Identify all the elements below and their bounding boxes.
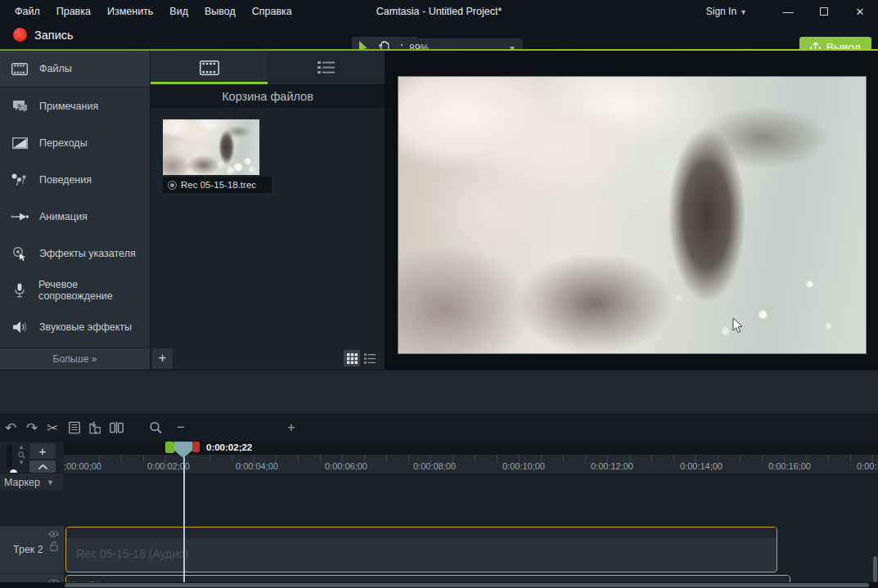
media-item[interactable]: Rec 05-15-18.trec bbox=[163, 119, 272, 193]
media-bin-tabs bbox=[151, 51, 385, 84]
menu-bar: Файл Правка Изменить Вид Вывод Справка C… bbox=[0, 0, 878, 23]
menu-item-modify[interactable]: Изменить bbox=[99, 2, 161, 20]
ruler-label: 0:00:16;00 bbox=[768, 461, 811, 471]
selection-in-handle[interactable] bbox=[165, 442, 174, 453]
timeline-ruler[interactable]: 0:00:00;00 0:00:02;00 0:00:04;00 0:00:06… bbox=[64, 455, 878, 474]
effects-sidebar: Файлы a Примечания Переходы Поведения bbox=[0, 51, 150, 370]
sidebar-item-label: Звуковые эффекты bbox=[39, 321, 132, 333]
zoom-in-button[interactable]: + bbox=[287, 420, 295, 436]
paste-button[interactable] bbox=[89, 421, 101, 433]
media-bin-panel: Корзина файлов Rec 05-15-18.trec + bbox=[150, 51, 385, 370]
sidebar-item-transitions[interactable]: Переходы bbox=[0, 124, 150, 161]
track-height-slider[interactable] bbox=[7, 445, 12, 468]
sidebar-item-media[interactable]: Файлы bbox=[0, 51, 150, 88]
clip-audio[interactable]: Rec 05-15-18 (Аудио) bbox=[65, 527, 777, 572]
clip-label: Rec 05-15-18 (Аудио) bbox=[76, 547, 189, 560]
collapse-tracks-button[interactable] bbox=[29, 460, 56, 473]
timeline-zoom-icon bbox=[150, 421, 162, 433]
media-thumbnail[interactable] bbox=[163, 119, 259, 175]
mouse-cursor-icon bbox=[732, 318, 743, 334]
lock-icon[interactable] bbox=[50, 541, 58, 551]
maximize-button[interactable] bbox=[806, 0, 842, 23]
undo-button[interactable]: ↶ bbox=[5, 419, 16, 436]
ruler-label: 0:00:04;00 bbox=[236, 461, 278, 471]
record-button[interactable]: Запись bbox=[7, 26, 80, 43]
selection-out-handle[interactable] bbox=[192, 442, 200, 452]
close-button[interactable]: ✕ bbox=[842, 0, 878, 23]
list-icon bbox=[317, 61, 335, 75]
track-area: Трек 2 Rec 05-15-18 (Аудио) Трек 1 bbox=[0, 491, 878, 582]
ruler-label: 0:00:10;00 bbox=[502, 461, 545, 471]
menu-item-share[interactable]: Вывод bbox=[196, 2, 244, 20]
track-header-2[interactable]: Трек 2 bbox=[0, 526, 64, 574]
zoom-out-button[interactable]: − bbox=[177, 420, 185, 436]
list-view-button[interactable] bbox=[362, 350, 378, 366]
playhead-time-label: 0:00:02;22 bbox=[206, 442, 252, 452]
menu-item-file[interactable]: Файл bbox=[7, 2, 48, 20]
media-filename: Rec 05-15-18.trec bbox=[181, 180, 256, 190]
ruler-label: 0:00:18;00 bbox=[857, 461, 878, 471]
tab-details[interactable] bbox=[268, 51, 385, 84]
sidebar-item-label: Файлы bbox=[39, 63, 72, 74]
sidebar-item-label: Поведения bbox=[39, 174, 92, 186]
sidebar-item-audio-effects[interactable]: Звуковые эффекты bbox=[0, 308, 150, 345]
menu-item-edit[interactable]: Правка bbox=[48, 2, 99, 20]
timeline-left-controls: ▲ ▼ + Маркер ▼ bbox=[0, 442, 64, 491]
sidebar-item-cursor-effects[interactable]: Эффекты указателя bbox=[0, 235, 150, 272]
filmstrip-icon bbox=[200, 61, 219, 75]
record-dot-icon bbox=[13, 28, 27, 42]
copy-icon bbox=[69, 421, 80, 433]
media-label: Rec 05-15-18.trec bbox=[163, 177, 272, 193]
scrollbar-thumb[interactable] bbox=[65, 583, 869, 587]
bin-bottom-bar: + bbox=[151, 347, 385, 370]
sidebar-item-voice-narration[interactable]: Речевое сопровождение bbox=[0, 272, 150, 308]
eye-icon[interactable] bbox=[48, 531, 59, 537]
main-toolbar: Запись 89% ▼ Вывод bbox=[0, 23, 878, 49]
recording-icon bbox=[168, 181, 177, 190]
chevron-down-icon: ▼ bbox=[47, 478, 54, 487]
more-button[interactable]: Больше » bbox=[0, 348, 150, 370]
menu-item-help[interactable]: Справка bbox=[244, 2, 300, 20]
sidebar-item-behaviors[interactable]: Поведения bbox=[0, 161, 150, 198]
add-media-button[interactable]: + bbox=[152, 348, 173, 369]
cut-button[interactable]: ✂ bbox=[47, 419, 58, 436]
svg-text:a: a bbox=[17, 101, 20, 107]
filmstrip-icon bbox=[11, 63, 29, 75]
sidebar-item-label: Анимация bbox=[39, 211, 88, 222]
split-button[interactable] bbox=[110, 421, 124, 433]
list-icon bbox=[364, 353, 376, 364]
sidebar-item-label: Примечания bbox=[39, 101, 98, 112]
tab-media[interactable] bbox=[151, 51, 268, 84]
redo-button[interactable]: ↷ bbox=[26, 419, 38, 436]
video-frame-image bbox=[398, 77, 866, 353]
sidebar-item-animations[interactable]: Анимация bbox=[0, 198, 150, 235]
camtasia-window: Файл Правка Изменить Вид Вывод Справка C… bbox=[0, 0, 878, 588]
minimize-button[interactable]: — bbox=[770, 0, 806, 23]
timeline: 0:00:00;00 0:00:02;00 0:00:04;00 0:00:06… bbox=[0, 442, 878, 582]
grid-view-button[interactable] bbox=[344, 350, 360, 366]
copy-button[interactable] bbox=[69, 421, 80, 433]
add-track-button[interactable]: + bbox=[29, 443, 56, 459]
playback-bar: 00:02 / 00:16 ⚙ Свойства bbox=[0, 370, 878, 413]
transitions-icon bbox=[11, 137, 29, 149]
playhead-line[interactable] bbox=[183, 455, 185, 582]
horizontal-scrollbar[interactable] bbox=[0, 582, 878, 588]
sign-in-button[interactable]: Sign In▼ bbox=[706, 6, 747, 17]
split-icon bbox=[110, 421, 124, 433]
ruler-label: 0:00:06;00 bbox=[325, 461, 367, 471]
sidebar-item-annotations[interactable]: a Примечания bbox=[0, 88, 150, 124]
animation-icon bbox=[11, 213, 29, 221]
track-zoom-control[interactable]: ▲ ▼ bbox=[16, 443, 26, 476]
menu-item-view[interactable]: Вид bbox=[161, 2, 196, 20]
ruler-label: 0:00:14;00 bbox=[680, 461, 723, 471]
preview-video[interactable] bbox=[398, 76, 867, 354]
window-title: Camtasia - Untitled Project* bbox=[376, 0, 502, 23]
annotation-icon: a bbox=[11, 100, 29, 113]
ruler-label: 0:00:08;00 bbox=[413, 461, 456, 471]
marker-dropdown[interactable]: Маркер ▼ bbox=[0, 473, 64, 491]
cursor-effects-icon bbox=[11, 246, 29, 261]
vertical-scrollbar-thumb[interactable] bbox=[873, 556, 877, 582]
microphone-icon bbox=[11, 283, 28, 298]
magnifier-icon bbox=[18, 451, 25, 459]
grid-icon bbox=[347, 353, 358, 364]
